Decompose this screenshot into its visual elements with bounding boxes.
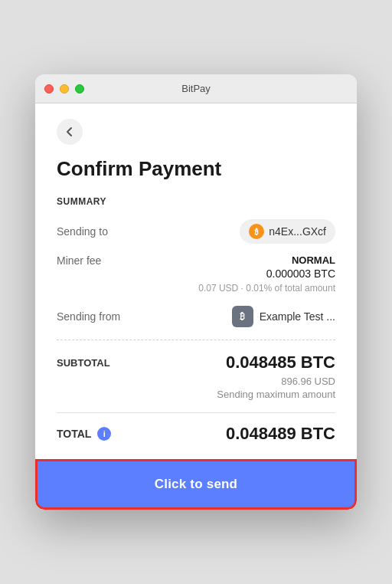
miner-fee-row: Miner fee NORMAL 0.000003 BTC — [57, 254, 335, 280]
sending-to-label: Sending to — [57, 225, 108, 238]
back-button[interactable] — [57, 119, 83, 145]
maximize-button[interactable] — [75, 84, 84, 94]
btc-icon: ₿ — [249, 224, 264, 239]
main-content: Confirm Payment SUMMARY Sending to ₿ n4E… — [35, 103, 357, 459]
fee-usd-amount: 0.07 USD · 0.01% of total amount — [57, 283, 335, 294]
minimize-button[interactable] — [60, 84, 69, 94]
info-icon[interactable]: i — [97, 427, 111, 441]
traffic-lights — [44, 84, 84, 94]
sending-max-label: Sending maximum amount — [57, 389, 335, 400]
sending-from-row: Sending from ₿ Example Test ... — [57, 306, 335, 327]
fee-btc-amount: 0.000003 BTC — [266, 267, 335, 280]
subtotal-usd: 896.96 USD — [57, 376, 335, 387]
miner-fee-label: Miner fee — [57, 254, 101, 267]
subtotal-row: SUBTOTAL 0.048485 BTC — [57, 353, 335, 372]
close-button[interactable] — [44, 84, 54, 94]
wallet-icon: ₿ — [232, 306, 253, 327]
wallet-badge: ₿ Example Test ... — [232, 306, 335, 327]
page-title: Confirm Payment — [57, 157, 335, 181]
subtotal-btc: 0.048485 BTC — [226, 353, 335, 372]
fee-speed: NORMAL — [266, 254, 335, 266]
dashed-divider — [57, 340, 335, 340]
sending-from-label: Sending from — [57, 310, 120, 323]
app-window: BitPay Confirm Payment SUMMARY Sending t… — [35, 74, 357, 510]
summary-label: SUMMARY — [57, 196, 335, 207]
window-title: BitPay — [181, 83, 211, 94]
address-text: n4Ex...GXcf — [269, 225, 326, 238]
total-row: TOTAL i 0.048489 BTC — [57, 424, 335, 459]
total-btc: 0.048489 BTC — [226, 424, 335, 444]
solid-divider — [57, 412, 335, 413]
subtotal-label: SUBTOTAL — [57, 357, 110, 369]
total-left: TOTAL i — [57, 427, 111, 441]
wallet-name: Example Test ... — [260, 310, 335, 323]
titlebar: BitPay — [35, 74, 357, 103]
total-label: TOTAL — [57, 428, 91, 440]
address-badge: ₿ n4Ex...GXcf — [240, 219, 335, 244]
back-icon — [64, 126, 76, 138]
send-button[interactable]: Click to send — [35, 459, 357, 510]
footer: Click to send — [35, 459, 357, 510]
miner-fee-right: NORMAL 0.000003 BTC — [266, 254, 335, 280]
sending-to-row: Sending to ₿ n4Ex...GXcf — [57, 219, 335, 244]
miner-fee-section: Miner fee NORMAL 0.000003 BTC 0.07 USD ·… — [57, 254, 335, 294]
